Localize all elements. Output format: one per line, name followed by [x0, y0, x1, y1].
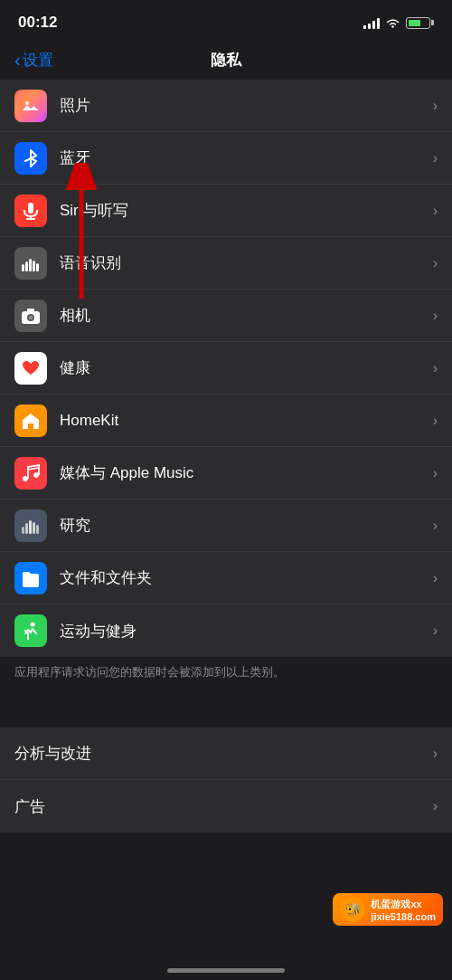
watermark-text: 机蛋游戏xxjixie5188.com: [371, 898, 436, 922]
research-chevron: ›: [433, 518, 438, 534]
status-icons: [363, 16, 434, 29]
settings-item-analytics[interactable]: 分析与改进 ›: [0, 728, 452, 780]
ads-label: 广告: [14, 796, 433, 817]
sound-chevron: ›: [433, 255, 438, 271]
music-icon: [14, 457, 47, 490]
bluetooth-chevron: ›: [433, 150, 438, 167]
sound-label: 语音识别: [60, 252, 433, 273]
battery-icon: [406, 17, 434, 29]
health-icon: [14, 352, 47, 385]
analytics-label: 分析与改进: [14, 743, 433, 764]
ads-chevron: ›: [433, 798, 438, 814]
signal-icon: [363, 16, 380, 29]
health-chevron: ›: [433, 360, 438, 376]
settings-item-sound[interactable]: 语音识别 ›: [0, 237, 452, 290]
siri-icon: [14, 195, 47, 227]
photos-icon: [14, 90, 47, 122]
svg-point-11: [29, 315, 33, 319]
svg-rect-17: [33, 522, 35, 534]
svg-rect-1: [28, 203, 33, 214]
back-chevron-icon: ‹: [14, 50, 21, 71]
settings-item-research[interactable]: 研究 ›: [0, 500, 452, 552]
sound-icon: [14, 247, 47, 280]
camera-icon: [14, 300, 47, 332]
status-bar: 00:12: [0, 0, 452, 40]
settings-item-fitness[interactable]: 运动与健身 ›: [0, 604, 452, 657]
svg-rect-4: [22, 264, 24, 271]
siri-chevron: ›: [433, 203, 438, 219]
svg-line-13: [28, 468, 39, 470]
homekit-chevron: ›: [433, 413, 438, 429]
home-indicator: [167, 968, 285, 973]
files-label: 文件和文件夹: [60, 567, 433, 588]
settings-item-camera[interactable]: 相机 ›: [0, 290, 452, 342]
svg-rect-15: [25, 523, 28, 534]
settings-item-bluetooth[interactable]: 蓝牙 ›: [0, 132, 452, 185]
svg-point-0: [25, 101, 29, 105]
section-footer: 应用程序请求访问您的数据时会被添加到以上类别。: [0, 657, 452, 695]
analytics-chevron: ›: [433, 746, 438, 762]
photos-chevron: ›: [433, 98, 438, 114]
nav-back-label: 设置: [23, 50, 53, 71]
svg-rect-8: [36, 263, 39, 271]
settings-item-music[interactable]: 媒体与 Apple Music ›: [0, 447, 452, 500]
status-time: 00:12: [18, 14, 57, 32]
homekit-icon: [14, 404, 47, 437]
svg-rect-16: [29, 520, 32, 534]
settings-item-ads[interactable]: 广告 ›: [0, 780, 452, 833]
fitness-label: 运动与健身: [60, 621, 433, 642]
svg-rect-7: [33, 261, 35, 271]
watermark: 🐝 机蛋游戏xxjixie5188.com: [333, 893, 443, 926]
svg-rect-5: [25, 262, 28, 271]
camera-chevron: ›: [433, 308, 438, 324]
music-chevron: ›: [433, 465, 438, 481]
nav-title: 隐私: [211, 50, 241, 71]
bluetooth-icon: [14, 142, 47, 175]
svg-rect-14: [22, 527, 24, 534]
svg-rect-12: [27, 309, 34, 312]
homekit-label: HomeKit: [60, 412, 433, 430]
fitness-chevron: ›: [433, 623, 438, 639]
files-chevron: ›: [433, 570, 438, 586]
bluetooth-label: 蓝牙: [60, 147, 433, 168]
settings-item-health[interactable]: 健康 ›: [0, 342, 452, 395]
section-separator: [0, 695, 452, 728]
photos-label: 照片: [60, 95, 433, 116]
nav-back-button[interactable]: ‹ 设置: [14, 50, 53, 71]
music-label: 媒体与 Apple Music: [60, 462, 433, 483]
siri-label: Siri与听写: [60, 200, 433, 221]
nav-bar: ‹ 设置 隐私: [0, 40, 452, 80]
settings-group-main: 照片 › 蓝牙 › Siri与听写 ›: [0, 80, 452, 657]
settings-item-files[interactable]: 文件和文件夹 ›: [0, 552, 452, 604]
settings-item-photos[interactable]: 照片 ›: [0, 80, 452, 132]
research-icon: [14, 509, 47, 542]
settings-group-analytics: 分析与改进 › 广告 ›: [0, 728, 452, 833]
files-icon: [14, 562, 47, 595]
svg-point-19: [31, 623, 35, 627]
settings-item-siri[interactable]: Siri与听写 ›: [0, 185, 452, 237]
camera-label: 相机: [60, 305, 433, 326]
svg-rect-6: [29, 259, 32, 271]
wifi-icon: [385, 17, 400, 29]
settings-item-homekit[interactable]: HomeKit ›: [0, 395, 452, 447]
watermark-icon: 🐝: [340, 897, 365, 922]
research-label: 研究: [60, 515, 433, 536]
svg-rect-18: [36, 525, 39, 534]
fitness-icon: [14, 614, 47, 647]
health-label: 健康: [60, 357, 433, 378]
section-footer-text: 应用程序请求访问您的数据时会被添加到以上类别。: [14, 665, 285, 679]
